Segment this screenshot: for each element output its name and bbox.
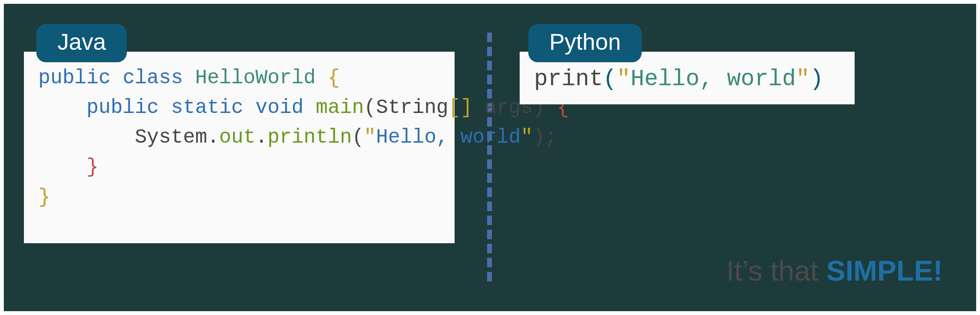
java-fn-main: main (316, 96, 364, 119)
vertical-divider (487, 33, 492, 281)
java-brace-close2: } (87, 156, 99, 179)
py-paren-close: ) (810, 66, 824, 92)
java-classname: HelloWorld (195, 67, 316, 90)
py-fn-print: print (534, 66, 603, 92)
tagline-bang: ! (933, 255, 943, 287)
java-kw-void: void (256, 96, 304, 119)
tagline-prefix: It’s that (726, 255, 826, 287)
java-kw-static: static (171, 96, 243, 119)
java-argtype: String (376, 96, 448, 119)
java-brace: { (328, 67, 340, 90)
java-brace-close1: } (38, 186, 50, 209)
java-system: System (135, 126, 207, 149)
java-code-block: public class HelloWorld { public static … (24, 52, 455, 243)
java-kw-public2: public (87, 96, 159, 119)
py-string: Hello, world (631, 66, 796, 92)
java-out: out (219, 126, 256, 149)
python-label: Python (528, 24, 642, 62)
tagline-emphasis: SIMPLE (826, 255, 933, 287)
tagline: It’s that SIMPLE! (726, 254, 943, 287)
java-println: println (267, 126, 352, 149)
java-string: Hello, world (376, 126, 521, 149)
java-kw-class: class (122, 67, 183, 90)
py-paren-open: ( (603, 66, 617, 92)
java-label: Java (36, 24, 127, 62)
java-kw-public: public (38, 67, 111, 90)
java-arg-brackets: [] (448, 96, 472, 119)
